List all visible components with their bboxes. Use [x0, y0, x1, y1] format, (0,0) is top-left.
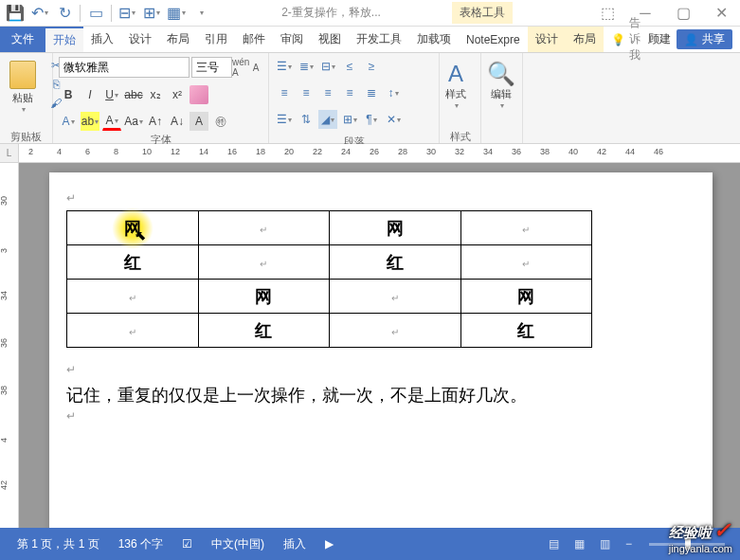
table-cell[interactable]: 红: [67, 245, 199, 280]
maximize-icon[interactable]: ▢: [664, 0, 702, 27]
table-row[interactable]: 红 ↵ 红 ↵: [67, 245, 592, 280]
status-proofing-icon[interactable]: ☑: [172, 537, 202, 551]
editing-button[interactable]: 🔍 编辑 ▾: [487, 57, 515, 110]
qat-more-icon[interactable]: ▾: [190, 2, 212, 25]
status-language[interactable]: 中文(中国): [202, 536, 274, 552]
tab-layout[interactable]: 布局: [159, 27, 197, 52]
line-spacing-button[interactable]: ↕▾: [384, 83, 403, 102]
phonetic-guide-icon[interactable]: wénA: [234, 57, 247, 78]
tab-view[interactable]: 视图: [311, 27, 349, 52]
user-name[interactable]: 顾建: [648, 31, 671, 47]
font-name-select[interactable]: 微软雅黑: [59, 57, 190, 78]
qat-icon-2[interactable]: ⊞▾: [140, 2, 163, 25]
share-button[interactable]: 👤 共享: [677, 29, 732, 49]
tab-tool-layout[interactable]: 布局: [566, 27, 604, 52]
grow-font-button[interactable]: A↑: [146, 112, 165, 131]
borders-button[interactable]: ⊞▾: [340, 110, 359, 129]
numbering-button[interactable]: ≣▾: [297, 57, 316, 76]
status-words[interactable]: 136 个字: [109, 536, 172, 552]
table-cell[interactable]: ↵: [460, 245, 592, 280]
qat-icon-3[interactable]: ▦▾: [165, 2, 188, 25]
body-paragraph[interactable]: 记住，重复的仅仅是上一次操作，就一次，不是上面好几次。: [66, 382, 695, 409]
read-mode-icon[interactable]: ▤: [543, 534, 565, 553]
status-macro-icon[interactable]: ▶: [316, 537, 343, 551]
save-icon[interactable]: 💾: [4, 2, 27, 25]
align-left-button[interactable]: ≡: [275, 83, 294, 102]
table-cell[interactable]: 网: [460, 280, 592, 314]
char-border-icon[interactable]: A: [249, 57, 262, 78]
tab-review[interactable]: 审阅: [273, 27, 311, 52]
table-cell[interactable]: ↵: [67, 314, 199, 348]
table-row[interactable]: 网 ⬉ ↵ 网 ↵: [67, 211, 592, 245]
web-layout-icon[interactable]: ▥: [594, 534, 616, 553]
increase-indent-button[interactable]: ≥: [362, 57, 381, 76]
shading-button[interactable]: ◢▾: [318, 110, 337, 129]
show-marks-button[interactable]: ¶▾: [362, 110, 381, 129]
print-layout-icon[interactable]: ▦: [569, 534, 590, 553]
ribbon-options-icon[interactable]: ⬚: [588, 0, 626, 27]
char-shading-button[interactable]: A: [190, 112, 208, 131]
table-row[interactable]: ↵ 网 ↵ 网: [67, 280, 592, 314]
tab-tool-design[interactable]: 设计: [528, 27, 566, 52]
status-insert-mode[interactable]: 插入: [274, 536, 316, 552]
shrink-font-button[interactable]: A↓: [168, 112, 187, 131]
bullets-button[interactable]: ☰▾: [275, 57, 294, 76]
table-cell[interactable]: ↵: [67, 280, 199, 314]
tab-insert[interactable]: 插入: [83, 27, 121, 52]
enclose-char-button[interactable]: ㊕: [211, 112, 230, 131]
decrease-indent-button[interactable]: ≤: [340, 57, 359, 76]
clear-format-icon[interactable]: [190, 85, 208, 104]
table-cell[interactable]: ↵: [330, 280, 461, 314]
justify-button[interactable]: ≡: [340, 83, 359, 102]
subscript-button[interactable]: x₂: [146, 85, 165, 104]
tab-noteexpress[interactable]: NoteExpre: [459, 27, 528, 52]
strikethrough-button[interactable]: abc: [124, 85, 143, 104]
text-effects-button[interactable]: A▾: [59, 112, 78, 131]
status-page[interactable]: 第 1 页，共 1 页: [8, 536, 109, 552]
styles-button[interactable]: A 样式 ▾: [445, 57, 466, 110]
page-scroll-area[interactable]: ↵ 网 ⬉ ↵ 网 ↵ 红 ↵ 红 ↵: [19, 163, 740, 528]
align-right-button[interactable]: ≡: [318, 83, 337, 102]
distribute-button[interactable]: ≣: [362, 83, 381, 102]
table-cell[interactable]: 网: [330, 211, 461, 245]
tab-references[interactable]: 引用: [197, 27, 235, 52]
sort-button[interactable]: ⇅: [297, 110, 316, 129]
ruler-vertical[interactable]: 30 3 34 36 38 4 42: [0, 163, 19, 528]
zoom-out-button[interactable]: −: [620, 534, 638, 553]
table-cell[interactable]: 红: [460, 314, 592, 348]
bold-button[interactable]: B: [59, 85, 78, 104]
document-table[interactable]: 网 ⬉ ↵ 网 ↵ 红 ↵ 红 ↵ ↵ 网 ↵ 网: [66, 210, 592, 348]
table-cell[interactable]: ↵: [198, 245, 330, 280]
redo-icon[interactable]: ↻: [53, 2, 76, 25]
snap-button[interactable]: ✕▾: [384, 110, 403, 129]
table-cell[interactable]: 红: [198, 314, 330, 348]
align-center-button[interactable]: ≡: [297, 83, 316, 102]
text-direction-button[interactable]: ☰▾: [275, 110, 294, 129]
table-cell[interactable]: ↵: [198, 211, 330, 245]
font-size-select[interactable]: 三号: [191, 57, 232, 78]
multilevel-button[interactable]: ⊟▾: [318, 57, 337, 76]
table-cell[interactable]: ↵: [460, 211, 592, 245]
table-cell[interactable]: 网 ⬉: [67, 211, 199, 245]
table-cell[interactable]: ↵: [330, 314, 461, 348]
page[interactable]: ↵ 网 ⬉ ↵ 网 ↵ 红 ↵ 红 ↵: [49, 172, 713, 528]
new-icon[interactable]: ▭: [84, 2, 107, 25]
change-case-button[interactable]: Aa▾: [124, 112, 143, 131]
tab-home[interactable]: 开始: [45, 27, 83, 52]
qat-icon-1[interactable]: ⊟▾: [116, 2, 138, 25]
tab-mailings[interactable]: 邮件: [235, 27, 273, 52]
highlight-button[interactable]: ab▾: [81, 112, 99, 131]
font-color-button[interactable]: A▾: [102, 112, 121, 131]
table-cell[interactable]: 红: [330, 245, 461, 280]
italic-button[interactable]: I: [81, 85, 99, 104]
superscript-button[interactable]: x²: [168, 85, 187, 104]
close-icon[interactable]: ✕: [702, 0, 740, 27]
tab-addins[interactable]: 加载项: [409, 27, 459, 52]
undo-icon[interactable]: ↶▾: [28, 2, 51, 25]
table-row[interactable]: ↵ 红 ↵ 红: [67, 314, 592, 348]
tab-devtools[interactable]: 开发工具: [349, 27, 409, 52]
underline-button[interactable]: U▾: [102, 85, 121, 104]
table-cell[interactable]: 网: [198, 280, 330, 314]
ruler-horizontal[interactable]: 2 4 6 8 10 12 14 16 18 20 22 24 26 28 30…: [19, 144, 740, 162]
paste-button[interactable]: 粘贴 ▾: [6, 57, 40, 117]
